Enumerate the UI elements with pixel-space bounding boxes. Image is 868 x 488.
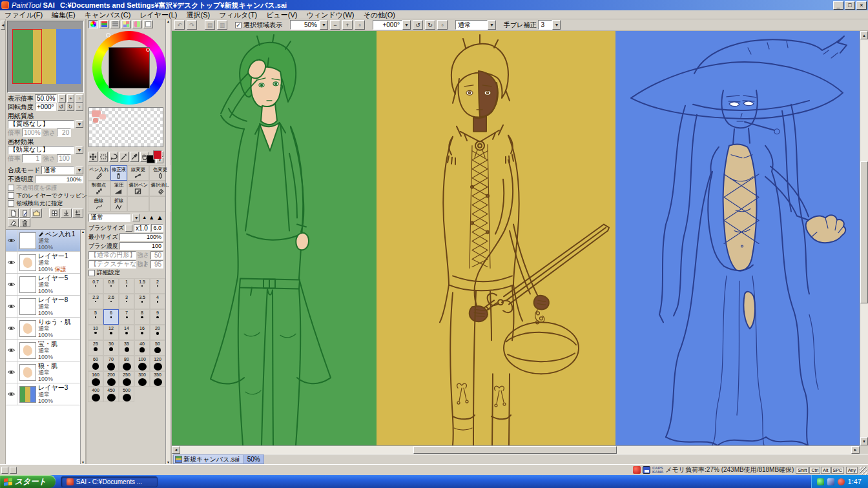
tool-blend-combo[interactable]: 通常▼ bbox=[455, 20, 496, 30]
brush-size-cell[interactable]: 5 bbox=[88, 309, 103, 325]
brush-blend-select[interactable]: 通常 bbox=[88, 214, 130, 222]
brush-size-cell[interactable]: 6 bbox=[103, 309, 119, 325]
layer-visibility-toggle[interactable] bbox=[6, 383, 17, 405]
brush-size-cell[interactable]: 80 bbox=[119, 356, 134, 371]
brush-texture-strength-value[interactable]: 95 bbox=[150, 260, 163, 269]
layer-visibility-toggle[interactable] bbox=[6, 340, 17, 361]
brush-shape-strength-value[interactable]: 50 bbox=[150, 251, 163, 259]
canvas-angle-combo[interactable]: +000°▼ bbox=[373, 20, 411, 30]
taskbar-clock[interactable]: 1:47 bbox=[848, 478, 862, 485]
paper-texture-dropdown-button[interactable]: ▼ bbox=[76, 120, 83, 128]
brush-size-cell[interactable]: 350 bbox=[150, 371, 165, 387]
invert-selection-button[interactable]: ▥ bbox=[217, 20, 227, 30]
layer-visibility-toggle[interactable] bbox=[6, 318, 17, 339]
brush-size-cell[interactable]: 10 bbox=[88, 325, 103, 340]
scroll-up-button[interactable]: ▲ bbox=[860, 31, 868, 39]
layer-blend-dropdown-button[interactable]: ▼ bbox=[76, 167, 83, 174]
layer-item[interactable]: レイヤー1通常100% 保護 bbox=[6, 252, 80, 274]
canvas-zoom-combo[interactable]: 50%▼ bbox=[290, 20, 328, 30]
canvas-panel-green[interactable] bbox=[172, 31, 377, 445]
bottom-panel-button-1[interactable] bbox=[1, 467, 8, 474]
brush-size-cell[interactable]: 1 bbox=[119, 278, 134, 294]
rect-select-tool[interactable] bbox=[99, 152, 108, 162]
horizontal-scroll-thumb[interactable] bbox=[413, 446, 617, 454]
canvas-zoom-reset-button[interactable]: ▫ bbox=[355, 20, 365, 30]
brush-size-cell[interactable]: 100 bbox=[134, 356, 150, 371]
tool-blend-dropdown-button[interactable]: ▼ bbox=[488, 20, 496, 30]
brush-texture-select[interactable]: 【テクスチャなし】 bbox=[88, 260, 136, 269]
brush-size-cell[interactable]: 40 bbox=[134, 340, 150, 356]
scratchpad-tab[interactable] bbox=[143, 20, 153, 28]
linework-tool-lw-point[interactable]: 制御点 bbox=[88, 181, 110, 196]
linework-tool-lw-curve[interactable]: 曲線 bbox=[88, 196, 110, 212]
foreground-color-chip[interactable] bbox=[153, 150, 162, 159]
zoom-in-button[interactable]: + bbox=[67, 94, 75, 103]
color-mixer-tab[interactable] bbox=[132, 20, 142, 28]
effect-strength-value[interactable]: 100 bbox=[57, 154, 71, 163]
scroll-left-button[interactable]: ◄ bbox=[172, 446, 180, 454]
layer-visibility-toggle[interactable] bbox=[6, 361, 17, 383]
vertical-scroll-thumb[interactable] bbox=[860, 161, 868, 303]
new-linework-layer-button[interactable] bbox=[19, 208, 30, 218]
brush-size-cell[interactable]: 450 bbox=[103, 387, 119, 402]
layer-list-scrollbar[interactable]: ▲▼ bbox=[80, 230, 85, 464]
zoom-out-button[interactable]: − bbox=[58, 94, 66, 103]
lasso-tool[interactable] bbox=[109, 152, 118, 162]
minimize-button[interactable]: _ bbox=[833, 1, 843, 10]
menu-item[interactable]: ウィンドウ(W) bbox=[302, 10, 358, 19]
delete-layer-button[interactable] bbox=[19, 218, 30, 227]
brush-edge-medium[interactable]: ▲ bbox=[149, 214, 154, 221]
menu-item[interactable]: 選択(S) bbox=[182, 10, 215, 19]
brush-size-unit-button[interactable] bbox=[125, 225, 132, 232]
move-tool[interactable] bbox=[88, 152, 98, 162]
tray-icon-1[interactable] bbox=[817, 478, 824, 485]
color-wheel[interactable] bbox=[87, 30, 165, 106]
canvas-rotate-cw-button[interactable]: ↻ bbox=[425, 20, 435, 30]
brush-size-cell[interactable]: 2 bbox=[150, 278, 165, 294]
layer-visibility-toggle[interactable] bbox=[6, 252, 17, 273]
menu-item[interactable]: ビュー(V) bbox=[262, 10, 302, 19]
start-button[interactable]: スタート bbox=[0, 475, 56, 488]
canvas-panel-yellow[interactable] bbox=[377, 31, 615, 445]
rotate-reset-button[interactable]: ▫ bbox=[76, 103, 83, 111]
brush-size-cell[interactable]: 1.5 bbox=[134, 278, 150, 294]
layer-item[interactable]: ペン入れ1通常100% bbox=[6, 230, 80, 252]
brush-size-cell[interactable]: 30 bbox=[103, 340, 119, 356]
canvas-zoom-in-button[interactable]: + bbox=[342, 20, 353, 30]
brush-size-cell[interactable]: 70 bbox=[103, 356, 119, 371]
layer-opacity-slider[interactable]: 100% bbox=[35, 176, 83, 183]
menu-item[interactable]: レイヤー(L) bbox=[135, 10, 181, 19]
layer-item[interactable]: レイヤー3通常100% bbox=[6, 383, 80, 405]
tool-panel-scrollbar[interactable]: ▲▼ bbox=[165, 19, 170, 464]
brush-edge-large[interactable]: ▲ bbox=[156, 214, 163, 221]
brush-size-cell[interactable]: 160 bbox=[88, 371, 103, 387]
linework-tool-lw-selpen[interactable]: 選択ペン bbox=[127, 181, 149, 196]
eyedropper-tool[interactable] bbox=[130, 152, 139, 162]
taskbar-task-sai[interactable]: SAI - C:¥Documents ... bbox=[61, 476, 158, 487]
brush-size-cell[interactable]: 35 bbox=[119, 340, 134, 356]
show-selection-checkbox[interactable]: ✓ bbox=[235, 22, 242, 28]
canvas-horizontal-scrollbar[interactable]: ◄ ► bbox=[172, 445, 860, 454]
layer-item[interactable]: 宝・肌通常100% bbox=[6, 340, 80, 361]
brush-size-cell[interactable]: 3.5 bbox=[134, 294, 150, 309]
layer-blend-select[interactable]: 通常 bbox=[41, 166, 74, 174]
color-scratchpad[interactable] bbox=[88, 107, 163, 147]
tray-icon-2[interactable] bbox=[827, 478, 834, 485]
menu-item[interactable]: フィルタ(T) bbox=[214, 10, 262, 19]
min-size-slider[interactable]: 100% bbox=[119, 233, 163, 241]
saturation-value-square[interactable] bbox=[108, 47, 150, 88]
brush-size-cell[interactable]: 400 bbox=[88, 387, 103, 402]
brush-size-cell[interactable]: 300 bbox=[134, 371, 150, 387]
brush-size-cell[interactable]: 200 bbox=[103, 371, 119, 387]
canvas-vertical-scrollbar[interactable]: ▲ ▼ bbox=[860, 31, 868, 445]
canvas-viewport[interactable] bbox=[172, 31, 860, 445]
view-angle-value[interactable]: +000° bbox=[35, 103, 56, 111]
hue-marker[interactable] bbox=[106, 33, 110, 37]
effect-scale-value[interactable]: 1 bbox=[22, 154, 41, 163]
brush-size-cell[interactable]: 0.8 bbox=[103, 278, 119, 294]
magic-wand-tool[interactable] bbox=[119, 152, 129, 162]
canvas-rotate-reset-button[interactable]: ▫ bbox=[437, 20, 448, 30]
zoom-reset-button[interactable]: ▫ bbox=[76, 94, 83, 103]
canvas-zoom-out-button[interactable]: − bbox=[330, 20, 340, 30]
sv-marker[interactable] bbox=[146, 48, 150, 52]
